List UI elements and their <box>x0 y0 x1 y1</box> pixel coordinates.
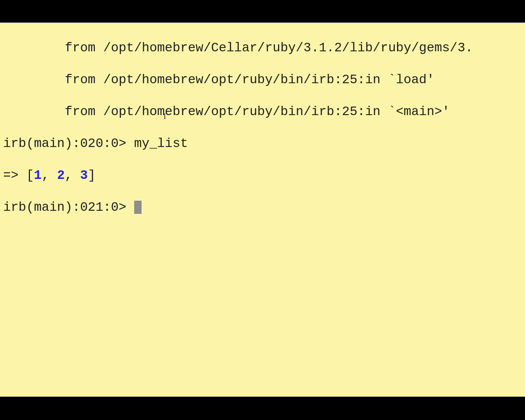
array-element-3: 3 <box>80 168 88 183</box>
irb-prompt-prefix: irb(main):020:0> <box>3 136 134 151</box>
mouse-ibeam-cursor-icon: I <box>163 108 166 124</box>
irb-prompt-line-020: irb(main):020:0> my_list <box>3 136 525 152</box>
terminal-cursor <box>134 201 142 214</box>
array-separator: , <box>65 168 80 183</box>
traceback-line-3: from /opt/homebrew/opt/ruby/bin/irb:25:i… <box>3 104 525 120</box>
result-prefix: => [ <box>3 168 34 183</box>
window-bottom-bar <box>0 397 525 419</box>
irb-result-line: => [1, 2, 3] <box>3 168 525 184</box>
result-suffix: ] <box>88 168 96 183</box>
array-element-1: 1 <box>34 168 42 183</box>
irb-input-expression: my_list <box>134 136 188 151</box>
array-element-2: 2 <box>57 168 65 183</box>
irb-prompt-prefix: irb(main):021:0> <box>3 200 134 215</box>
traceback-line-2: from /opt/homebrew/opt/ruby/bin/irb:25:i… <box>3 72 525 88</box>
array-separator: , <box>42 168 57 183</box>
traceback-line-1: from /opt/homebrew/Cellar/ruby/3.1.2/lib… <box>3 40 525 56</box>
window-titlebar <box>0 0 525 23</box>
irb-prompt-line-021[interactable]: irb(main):021:0> <box>3 200 525 215</box>
terminal-viewport[interactable]: from /opt/homebrew/Cellar/ruby/3.1.2/lib… <box>0 23 525 397</box>
